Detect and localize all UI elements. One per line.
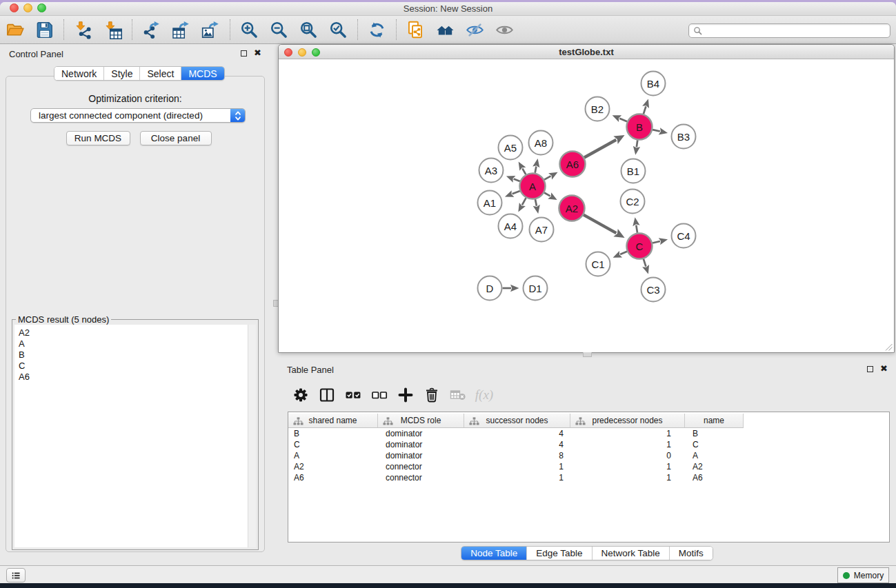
table-cell[interactable]: 0 bbox=[570, 450, 685, 461]
edge-D-D1[interactable] bbox=[503, 285, 519, 292]
table-cell[interactable]: A6 bbox=[288, 472, 378, 483]
refresh-button[interactable] bbox=[362, 17, 392, 43]
edge-A6-B[interactable] bbox=[584, 135, 625, 158]
import-network-button[interactable] bbox=[68, 17, 98, 43]
table-cell[interactable]: 1 bbox=[570, 461, 685, 472]
zoom-selected-button[interactable] bbox=[323, 17, 353, 43]
unselect-all-columns-button[interactable] bbox=[366, 384, 392, 406]
table-cell[interactable]: A2 bbox=[288, 461, 378, 472]
graph-node-A5[interactable]: A5 bbox=[499, 136, 523, 160]
edge-A-A6[interactable] bbox=[544, 172, 557, 180]
table-cell[interactable]: dominator bbox=[378, 439, 464, 450]
edge-A-A4[interactable] bbox=[518, 198, 526, 212]
result-item[interactable]: A bbox=[19, 338, 256, 349]
tab-mcds[interactable]: MCDS bbox=[181, 67, 223, 80]
table-cell[interactable]: 1 bbox=[570, 428, 685, 439]
column-header-MCDS-role[interactable]: MCDS role bbox=[378, 414, 464, 428]
save-session-button[interactable] bbox=[30, 17, 59, 43]
control-panel-float-icon[interactable] bbox=[241, 50, 247, 57]
create-new-column-button[interactable] bbox=[392, 384, 419, 406]
search-input[interactable] bbox=[702, 24, 890, 37]
graph-node-C[interactable]: C bbox=[627, 234, 653, 259]
edge-C-C3[interactable] bbox=[642, 259, 649, 274]
resize-grip-icon[interactable] bbox=[884, 343, 893, 351]
table-cell[interactable]: C bbox=[288, 439, 378, 450]
edge-A-A2[interactable] bbox=[544, 192, 557, 200]
column-header-name[interactable]: name bbox=[685, 414, 744, 428]
graph-node-B4[interactable]: B4 bbox=[641, 72, 666, 96]
table-cell[interactable]: 1 bbox=[570, 472, 685, 483]
close-panel-button[interactable]: Close panel bbox=[140, 131, 212, 145]
graph-node-B3[interactable]: B3 bbox=[672, 125, 696, 149]
edge-B-B4[interactable] bbox=[642, 99, 649, 114]
graph-node-A3[interactable]: A3 bbox=[479, 159, 504, 183]
column-header-shared-name[interactable]: shared name bbox=[288, 414, 378, 428]
vertical-splitter-handle[interactable] bbox=[273, 300, 278, 307]
table-cell[interactable]: dominator bbox=[378, 450, 464, 461]
table-row[interactable]: Cdominator41C bbox=[288, 439, 889, 450]
result-item[interactable]: A2 bbox=[19, 327, 256, 338]
table-cell[interactable]: dominator bbox=[378, 428, 464, 439]
tab-node-table[interactable]: Node Table bbox=[461, 547, 527, 560]
graph-node-A7[interactable]: A7 bbox=[530, 218, 554, 242]
graph-node-B2[interactable]: B2 bbox=[586, 97, 610, 121]
table-panel-close-icon[interactable]: ✖ bbox=[880, 365, 888, 372]
show-panels-button[interactable] bbox=[490, 17, 519, 43]
zoom-out-button[interactable] bbox=[264, 17, 294, 43]
graph-node-A8[interactable]: A8 bbox=[529, 131, 553, 155]
import-table-button[interactable] bbox=[98, 17, 128, 43]
table-row[interactable]: A2connector11A2 bbox=[288, 461, 889, 472]
graph-node-D[interactable]: D bbox=[478, 276, 502, 301]
graph-node-A2[interactable]: A2 bbox=[559, 196, 585, 221]
result-list-scrollbar[interactable] bbox=[248, 325, 256, 547]
result-item[interactable]: B bbox=[19, 349, 256, 361]
column-header-successor-nodes[interactable]: successor nodes bbox=[464, 414, 570, 428]
table-row[interactable]: Adominator80A bbox=[288, 450, 889, 461]
export-network-button[interactable] bbox=[137, 17, 166, 43]
table-cell[interactable]: 4 bbox=[464, 439, 570, 450]
export-image-button[interactable] bbox=[196, 17, 226, 43]
graph-node-C2[interactable]: C2 bbox=[621, 190, 645, 214]
task-history-button[interactable] bbox=[6, 568, 26, 582]
graph-node-D1[interactable]: D1 bbox=[524, 276, 548, 301]
table-cell[interactable]: A6 bbox=[685, 472, 744, 483]
tab-select[interactable]: Select bbox=[140, 67, 181, 80]
table-cell[interactable]: connector bbox=[378, 472, 464, 483]
table-cell[interactable]: C bbox=[685, 439, 744, 450]
open-session-button[interactable] bbox=[0, 17, 30, 43]
table-row[interactable]: Bdominator41B bbox=[288, 428, 889, 439]
edge-A-A1[interactable] bbox=[505, 190, 520, 197]
edge-A-A3[interactable] bbox=[506, 176, 520, 183]
control-panel-close-icon[interactable]: ✖ bbox=[254, 50, 261, 57]
edge-C-C4[interactable] bbox=[653, 238, 668, 245]
duplicate-network-button[interactable] bbox=[401, 17, 430, 43]
table-cell[interactable]: 1 bbox=[570, 439, 685, 450]
table-cell[interactable]: A bbox=[288, 450, 378, 461]
table-cell[interactable]: A bbox=[685, 450, 744, 461]
table-settings-button[interactable] bbox=[288, 384, 314, 406]
edge-B-B3[interactable] bbox=[653, 128, 668, 134]
edge-A-A8[interactable] bbox=[532, 159, 539, 173]
edge-A-A5[interactable] bbox=[519, 161, 526, 174]
edge-A-A7[interactable] bbox=[533, 199, 540, 214]
result-item[interactable]: A6 bbox=[19, 372, 256, 383]
graph-node-B1[interactable]: B1 bbox=[621, 159, 646, 183]
edge-B-B2[interactable] bbox=[613, 115, 627, 122]
graph-node-B[interactable]: B bbox=[627, 114, 653, 140]
table-cell[interactable]: 1 bbox=[464, 472, 570, 483]
table-cell[interactable]: B bbox=[288, 428, 378, 439]
edge-A2-C[interactable] bbox=[584, 215, 625, 238]
column-header-predecessor-nodes[interactable]: predecessor nodes bbox=[570, 414, 685, 428]
delete-columns-button[interactable] bbox=[419, 384, 445, 406]
table-cell[interactable]: A2 bbox=[685, 461, 744, 472]
table-cell[interactable]: connector bbox=[378, 461, 464, 472]
table-panel-float-icon[interactable] bbox=[867, 366, 873, 372]
edge-B-B1[interactable] bbox=[633, 140, 640, 154]
horizontal-splitter-handle[interactable] bbox=[583, 352, 592, 357]
run-mcds-button[interactable]: Run MCDS bbox=[66, 131, 130, 145]
table-cell[interactable]: 1 bbox=[464, 461, 570, 472]
memory-button[interactable]: Memory bbox=[837, 567, 889, 583]
criterion-dropdown[interactable]: largest connected component (directed) bbox=[30, 108, 246, 123]
graph-node-C4[interactable]: C4 bbox=[672, 224, 696, 248]
table-cell[interactable]: 8 bbox=[464, 450, 570, 461]
